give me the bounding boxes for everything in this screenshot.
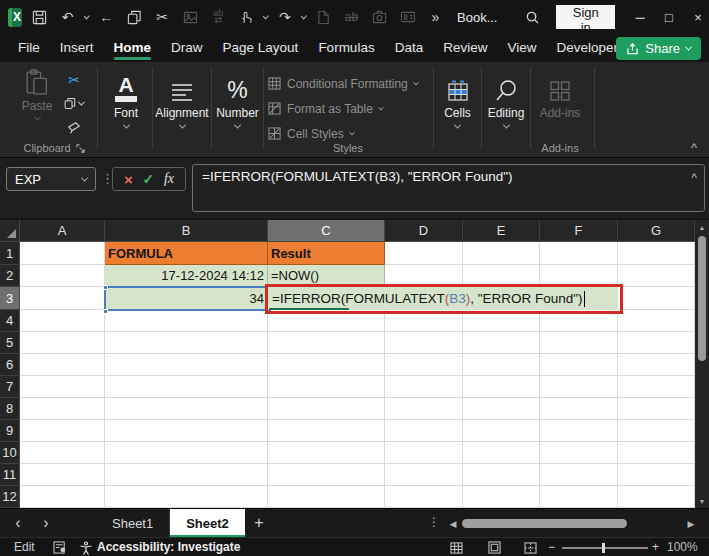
- row-header-4[interactable]: 4: [0, 310, 20, 332]
- redo-icon[interactable]: ↷: [274, 6, 295, 28]
- scroll-up-icon[interactable]: ▲: [695, 221, 709, 233]
- grid-cell[interactable]: [268, 354, 385, 376]
- row-header-8[interactable]: 8: [0, 398, 20, 420]
- grid-cell[interactable]: [268, 376, 385, 398]
- back-arrow-icon[interactable]: ←: [96, 6, 117, 28]
- grid-cell[interactable]: [463, 354, 540, 376]
- grid-cell[interactable]: [618, 242, 695, 265]
- grid-cell[interactable]: [20, 287, 105, 310]
- conditional-formatting-button[interactable]: Conditional Formatting: [268, 71, 430, 96]
- grid-cell[interactable]: [385, 464, 463, 486]
- more-commands-icon[interactable]: »: [425, 6, 446, 28]
- zoom-out-icon[interactable]: −: [548, 540, 555, 554]
- grid-cell[interactable]: [385, 332, 463, 354]
- menu-data[interactable]: Data: [385, 35, 434, 62]
- row-header-12[interactable]: 12: [0, 486, 20, 508]
- grid-cell[interactable]: [385, 376, 463, 398]
- cells-group-button[interactable]: Cells: [436, 70, 479, 129]
- column-header-E[interactable]: E: [463, 220, 540, 242]
- editing-group-button[interactable]: Editing: [483, 70, 529, 129]
- grid-cell[interactable]: [540, 242, 618, 265]
- zoom-in-icon[interactable]: +: [652, 540, 659, 554]
- grid-cell[interactable]: [540, 376, 618, 398]
- menu-review[interactable]: Review: [433, 35, 497, 62]
- grid-cell[interactable]: [105, 310, 268, 332]
- grid-cell[interactable]: [463, 310, 540, 332]
- grid-cell[interactable]: [20, 486, 105, 508]
- font-group-button[interactable]: A Font: [100, 70, 152, 129]
- normal-view-icon[interactable]: [448, 540, 464, 555]
- horizontal-scrollbar-thumb[interactable]: [462, 519, 627, 528]
- grid-cell[interactable]: [618, 464, 695, 486]
- menu-file[interactable]: File: [8, 35, 50, 62]
- menu-formulas[interactable]: Formulas: [308, 35, 384, 62]
- sheet-tab-sheet2[interactable]: Sheet2: [170, 509, 245, 538]
- grid-cell[interactable]: [618, 420, 695, 442]
- grid-cell[interactable]: [540, 332, 618, 354]
- grid-cell[interactable]: [540, 398, 618, 420]
- cell-B1[interactable]: FORMULA: [105, 242, 268, 265]
- cell-C2[interactable]: =NOW(): [268, 265, 385, 287]
- insert-function-icon[interactable]: fx: [164, 171, 174, 187]
- grid-cell[interactable]: [20, 265, 105, 287]
- row-header-7[interactable]: 7: [0, 376, 20, 398]
- row-header-6[interactable]: 6: [0, 354, 20, 376]
- grid-cell[interactable]: [385, 265, 463, 287]
- name-box[interactable]: EXP: [6, 167, 96, 191]
- grid-cell[interactable]: [20, 442, 105, 464]
- grid-cell[interactable]: [105, 442, 268, 464]
- grid-cell[interactable]: [540, 464, 618, 486]
- format-as-table-button[interactable]: Format as Table: [268, 96, 430, 121]
- grid-cell[interactable]: [105, 376, 268, 398]
- column-header-D[interactable]: D: [385, 220, 463, 242]
- cut-button[interactable]: ✂: [64, 71, 84, 88]
- column-header-B[interactable]: B: [105, 220, 268, 242]
- row-header-5[interactable]: 5: [0, 332, 20, 354]
- touch-mode-chevron-icon[interactable]: [262, 13, 268, 19]
- touch-mode-icon[interactable]: [236, 6, 257, 28]
- scroll-down-icon[interactable]: ▼: [695, 495, 709, 507]
- enter-icon[interactable]: ✓: [142, 171, 154, 187]
- number-group-button[interactable]: % Number: [214, 70, 261, 129]
- grid-cell[interactable]: [618, 354, 695, 376]
- menu-view[interactable]: View: [497, 35, 546, 62]
- grid-cell[interactable]: [618, 376, 695, 398]
- menu-home[interactable]: Home: [104, 35, 162, 62]
- zoom-slider-handle[interactable]: [602, 543, 605, 553]
- format-painter-button[interactable]: [64, 119, 84, 136]
- grid-cell[interactable]: [540, 420, 618, 442]
- row-header-10[interactable]: 10: [0, 442, 20, 464]
- previous-sheet-icon[interactable]: ‹: [8, 513, 28, 533]
- expand-formula-bar-icon[interactable]: ^: [691, 171, 697, 185]
- grid-cell[interactable]: [105, 420, 268, 442]
- add-sheet-button[interactable]: +: [248, 512, 270, 534]
- copy-icon[interactable]: [124, 6, 145, 28]
- grid-cell[interactable]: [20, 332, 105, 354]
- grid-cell[interactable]: [20, 354, 105, 376]
- paste-button[interactable]: Paste: [14, 69, 60, 121]
- menu-draw[interactable]: Draw: [161, 35, 213, 62]
- save-icon[interactable]: [29, 6, 50, 28]
- grid-cell[interactable]: [463, 420, 540, 442]
- vertical-scrollbar[interactable]: ▲ ▼: [695, 220, 709, 508]
- grid-cell[interactable]: [540, 486, 618, 508]
- grid-cell[interactable]: [105, 354, 268, 376]
- clipboard-dialog-launcher-icon[interactable]: [76, 144, 85, 153]
- maximize-button[interactable]: □: [658, 0, 680, 34]
- cell-B3[interactable]: 34: [105, 287, 268, 310]
- grid-cell[interactable]: [20, 242, 105, 265]
- grid-cell[interactable]: [540, 442, 618, 464]
- row-header-2[interactable]: 2: [0, 265, 20, 287]
- grid-cell[interactable]: [268, 310, 385, 332]
- menu-insert[interactable]: Insert: [50, 35, 104, 62]
- cancel-icon[interactable]: ×: [124, 171, 133, 188]
- minimize-button[interactable]: ─: [629, 0, 651, 34]
- grid-cell[interactable]: [105, 398, 268, 420]
- grid-cell[interactable]: [268, 420, 385, 442]
- cut-icon[interactable]: ✂: [152, 6, 173, 28]
- grid-cell[interactable]: [618, 310, 695, 332]
- grid-cell[interactable]: [20, 464, 105, 486]
- sign-in-button[interactable]: Sign in: [556, 5, 615, 29]
- collapse-ribbon-icon[interactable]: ^: [691, 140, 697, 155]
- cell-B2[interactable]: 17-12-2024 14:12: [105, 265, 268, 287]
